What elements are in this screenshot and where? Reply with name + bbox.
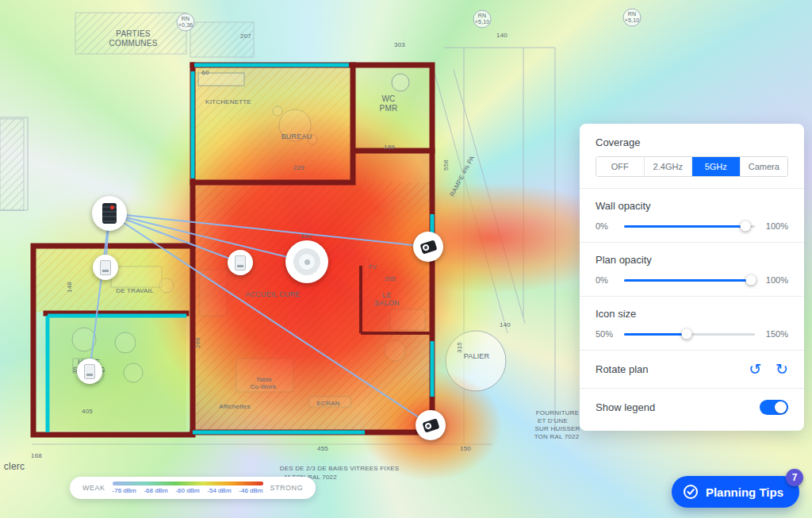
wall-ap-icon [84,364,95,379]
wall-opacity-slider[interactable] [624,225,755,228]
planning-tips-button[interactable]: Planning Tips [672,476,799,508]
divider [580,188,804,189]
wall-ap-icon [100,260,111,275]
rotate-ccw-icon[interactable]: ↺ [749,362,761,377]
signal-gradient-bar [113,482,263,485]
wall-ap-slot [102,270,109,272]
switch-device[interactable] [92,196,127,231]
plan-opacity-label: Plan opacity [596,254,788,266]
legend-strong-label: STRONG [270,484,304,492]
icon-size-section: Icon size 50% 150% [596,308,788,339]
plan-opacity-section: Plan opacity 0% 100% [596,254,788,285]
wallap-device[interactable] [228,250,253,275]
plan-opacity-slider[interactable] [624,279,755,282]
rotate-plan-label: Rotate plan [596,363,649,375]
wall-opacity-min: 0% [596,221,616,231]
coverage-option-2-4ghz[interactable]: 2.4GHz [644,157,692,176]
wallap-device[interactable] [93,255,118,280]
wall-opacity-handle[interactable] [741,221,751,232]
legend-tick: -60 dBm [175,487,199,494]
icon-size-slider[interactable] [624,333,755,336]
legend-tick: -76 dBm [113,487,136,494]
ap-device[interactable] [285,240,328,283]
camera-device[interactable] [413,232,443,262]
icon-size-max: 150% [763,329,788,339]
switch-icon [102,203,117,224]
wall-ap-slot [86,374,93,376]
wall-opacity-section: Wall opacity 0% 100% [596,200,788,231]
planning-tips-badge: 7 [786,469,803,486]
icon-size-label: Icon size [596,308,788,320]
wall-opacity-max: 100% [763,221,788,231]
camera-lens [423,422,431,430]
toggle-knob [775,401,787,413]
planning-tips-container: Planning Tips 7 [672,476,799,508]
icon-size-min: 50% [596,329,616,339]
plan-opacity-min: 0% [596,275,616,285]
planning-tips-label: Planning Tips [706,485,783,499]
coverage-option-5ghz[interactable]: 5GHz [691,157,740,176]
status-led [110,205,114,209]
legend-tick: -54 dBm [207,487,231,494]
rotate-cw-icon[interactable]: ↻ [776,362,788,377]
camera-device[interactable] [416,410,446,440]
wall-opacity-label: Wall opacity [596,200,788,212]
show-legend-toggle[interactable] [760,400,788,415]
wifi-planner-canvas: PARTIES COMMUNESKITCHENETTEBUREAUWC PMRA… [0,0,812,518]
divider [580,350,804,351]
ap-center-dot [304,259,310,265]
coverage-option-off[interactable]: OFF [596,157,644,176]
wall-ap-slot [237,265,243,267]
divider [580,242,804,243]
coverage-option-camera[interactable]: Camera [740,157,788,176]
camera-lens [421,244,429,251]
legend-tick: -68 dBm [144,487,167,494]
legend-weak-label: WEAK [82,484,105,492]
wallap-device[interactable] [77,359,102,384]
plan-opacity-handle[interactable] [746,275,756,286]
icon-size-handle[interactable] [682,329,692,340]
divider [580,296,804,297]
divider [580,388,804,389]
wall-ap-icon [235,255,246,271]
coverage-label: Coverage [596,136,788,148]
coverage-segmented-control: OFF 2.4GHz 5GHz Camera [596,156,788,177]
settings-panel: Coverage OFF 2.4GHz 5GHz Camera Wall opa… [580,124,804,431]
show-legend-label: Show legend [596,401,655,413]
check-circle-icon [683,484,699,500]
legend-tick: -46 dBm [239,487,262,494]
signal-legend: WEAK -76 dBm -68 dBm -60 dBm -54 dBm -46… [70,477,316,499]
show-legend-row: Show legend [596,400,788,415]
rotate-plan-row: Rotate plan ↺ ↻ [596,362,788,377]
camera-icon [419,240,437,254]
plan-opacity-max: 100% [763,275,788,285]
access-point-icon [293,248,320,275]
camera-icon [422,418,439,432]
legend-ticks: -76 dBm -68 dBm -60 dBm -54 dBm -46 dBm [113,487,263,494]
